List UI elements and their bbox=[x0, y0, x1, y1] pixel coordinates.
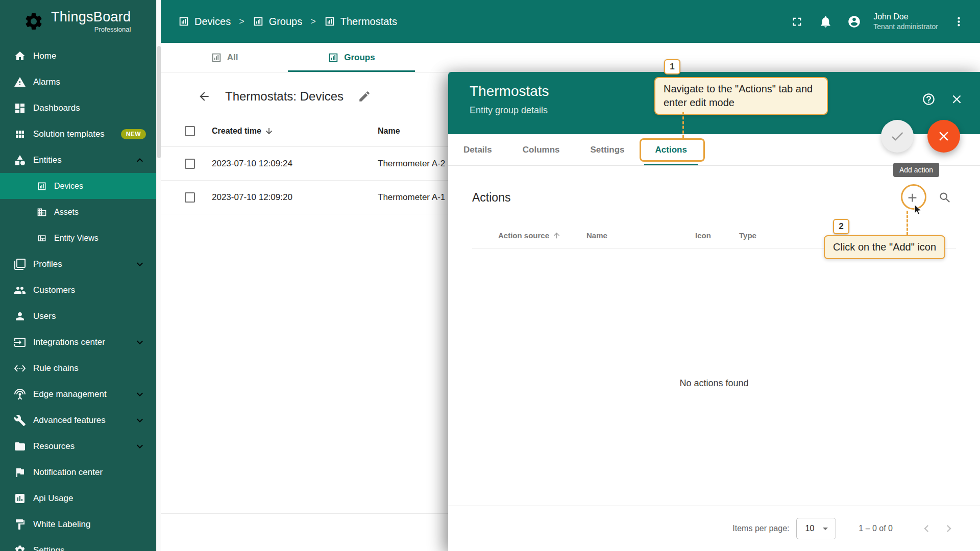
sidebar-item-label: Dashboards bbox=[33, 103, 80, 113]
sidebar-item-white-labeling[interactable]: White Labeling bbox=[0, 511, 156, 537]
sidebar-item-edge-management[interactable]: Edge management bbox=[0, 381, 156, 407]
prev-page-button[interactable] bbox=[915, 517, 938, 540]
breadcrumb-label: Devices bbox=[194, 16, 231, 28]
add-action-tooltip: Add action bbox=[893, 163, 939, 177]
fullscreen-icon bbox=[790, 15, 804, 29]
apply-changes-fab[interactable] bbox=[881, 120, 914, 153]
home-icon bbox=[14, 50, 26, 62]
column-header-action-source[interactable]: Action source bbox=[498, 231, 586, 240]
sidebar-item-integrations-center[interactable]: Integrations center bbox=[0, 329, 156, 355]
devices-icon bbox=[328, 52, 339, 63]
back-button[interactable] bbox=[193, 86, 215, 107]
chevron-down-icon bbox=[134, 388, 146, 400]
chevron-down-icon bbox=[134, 414, 146, 427]
sidebar-item-label: Notification center bbox=[33, 467, 103, 478]
user-avatar[interactable] bbox=[842, 9, 866, 34]
edge-icon bbox=[14, 388, 26, 400]
step-2-connector-line bbox=[906, 211, 908, 235]
empty-state-text: No actions found bbox=[448, 378, 980, 389]
breadcrumb-item-groups[interactable]: Groups bbox=[253, 16, 303, 28]
chevron-left-icon bbox=[919, 521, 934, 536]
page-size-select[interactable]: 10 bbox=[796, 518, 836, 539]
sidebar-item-label: Integrations center bbox=[33, 337, 105, 347]
sidebar-item-users[interactable]: Users bbox=[0, 303, 156, 329]
dashboards-icon bbox=[14, 102, 26, 114]
sidebar-item-settings[interactable]: Settings bbox=[0, 537, 156, 551]
sidebar-item-profiles[interactable]: Profiles bbox=[0, 251, 156, 277]
arrow-back-icon bbox=[198, 90, 211, 103]
sort-desc-icon bbox=[264, 127, 274, 136]
row-checkbox[interactable] bbox=[185, 159, 195, 169]
sidebar-item-advanced-features[interactable]: Advanced features bbox=[0, 407, 156, 433]
row-checkbox[interactable] bbox=[185, 192, 195, 203]
user-name: John Doe bbox=[873, 12, 938, 22]
new-badge: NEW bbox=[121, 129, 146, 139]
fullscreen-button[interactable] bbox=[785, 9, 809, 34]
sidebar-item-label: Customers bbox=[33, 285, 75, 295]
sidebar: ThingsBoard Professional Home Alarms Das… bbox=[0, 0, 156, 551]
step-1-callout: Navigate to the "Actions" tab and enter … bbox=[654, 77, 828, 115]
sidebar-item-rule-chains[interactable]: Rule chains bbox=[0, 355, 156, 381]
assets-icon bbox=[37, 207, 47, 217]
page-title: Thermostats: Devices bbox=[225, 89, 344, 104]
flag-icon bbox=[14, 466, 26, 479]
actions-section-header: Actions bbox=[472, 186, 956, 209]
brand-logo[interactable]: ThingsBoard Professional bbox=[0, 0, 156, 43]
sidebar-item-customers[interactable]: Customers bbox=[0, 277, 156, 303]
sidebar-item-entities[interactable]: Entities bbox=[0, 147, 156, 173]
search-button[interactable] bbox=[934, 186, 956, 209]
sidebar-item-label: Solution templates bbox=[33, 129, 105, 139]
column-label: Action source bbox=[498, 231, 549, 240]
breadcrumb-separator: > bbox=[310, 16, 316, 27]
sidebar-item-assets[interactable]: Assets bbox=[0, 199, 156, 225]
top-header: Devices > Groups > Thermostats John Doe … bbox=[161, 0, 980, 43]
sidebar-item-api-usage[interactable]: Api Usage bbox=[0, 485, 156, 511]
column-header-name: Name bbox=[586, 231, 695, 240]
devices-icon bbox=[324, 16, 335, 27]
column-header-name[interactable]: Name bbox=[378, 127, 400, 136]
tab-label: Groups bbox=[344, 53, 375, 63]
sidebar-item-alarms[interactable]: Alarms bbox=[0, 69, 156, 95]
sidebar-scrollbar[interactable] bbox=[156, 0, 161, 551]
actions-tab-highlight bbox=[640, 138, 705, 162]
sidebar-item-label: Resources bbox=[33, 441, 75, 452]
sidebar-item-label: Home bbox=[33, 51, 56, 61]
sidebar-item-resources[interactable]: Resources bbox=[0, 433, 156, 459]
sidebar-item-label: Entities bbox=[33, 155, 62, 165]
more-menu-button[interactable] bbox=[946, 9, 971, 34]
next-page-button[interactable] bbox=[938, 517, 960, 540]
user-role: Tenant administrator bbox=[873, 22, 938, 31]
sidebar-item-solution-templates[interactable]: Solution templates NEW bbox=[0, 121, 156, 147]
tab-columns[interactable]: Columns bbox=[507, 134, 575, 165]
sidebar-item-entity-views[interactable]: Entity Views bbox=[0, 225, 156, 251]
devices-icon bbox=[37, 181, 47, 191]
devices-icon bbox=[178, 16, 189, 27]
main-tabs: All Groups bbox=[161, 43, 980, 72]
pagination-range: 1 – 0 of 0 bbox=[859, 524, 893, 533]
tab-all[interactable]: All bbox=[161, 43, 288, 72]
notifications-button[interactable] bbox=[813, 9, 838, 34]
column-label: Created time bbox=[212, 127, 261, 136]
breadcrumb: Devices > Groups > Thermostats bbox=[178, 16, 397, 28]
close-icon bbox=[936, 129, 951, 144]
breadcrumb-label: Groups bbox=[269, 16, 303, 28]
sidebar-item-dashboards[interactable]: Dashboards bbox=[0, 95, 156, 121]
breadcrumb-item-thermostats[interactable]: Thermostats bbox=[324, 16, 397, 28]
tab-groups[interactable]: Groups bbox=[288, 43, 415, 72]
sidebar-item-home[interactable]: Home bbox=[0, 43, 156, 69]
dialog-pagination: Items per page: 10 1 – 0 of 0 bbox=[448, 506, 980, 551]
select-all-checkbox[interactable] bbox=[185, 126, 195, 136]
column-header-created-time[interactable]: Created time bbox=[212, 127, 378, 136]
sidebar-item-notification-center[interactable]: Notification center bbox=[0, 459, 156, 485]
help-icon[interactable] bbox=[922, 92, 936, 106]
cancel-changes-fab[interactable] bbox=[927, 120, 960, 153]
sidebar-item-devices[interactable]: Devices bbox=[0, 173, 156, 199]
breadcrumb-separator: > bbox=[239, 16, 244, 27]
tab-settings[interactable]: Settings bbox=[575, 134, 640, 165]
scrollbar-thumb[interactable] bbox=[157, 46, 161, 158]
integrations-icon bbox=[14, 336, 26, 348]
tab-details[interactable]: Details bbox=[448, 134, 507, 165]
close-icon[interactable] bbox=[950, 92, 964, 106]
edit-button[interactable] bbox=[354, 86, 375, 107]
breadcrumb-item-devices[interactable]: Devices bbox=[178, 16, 231, 28]
